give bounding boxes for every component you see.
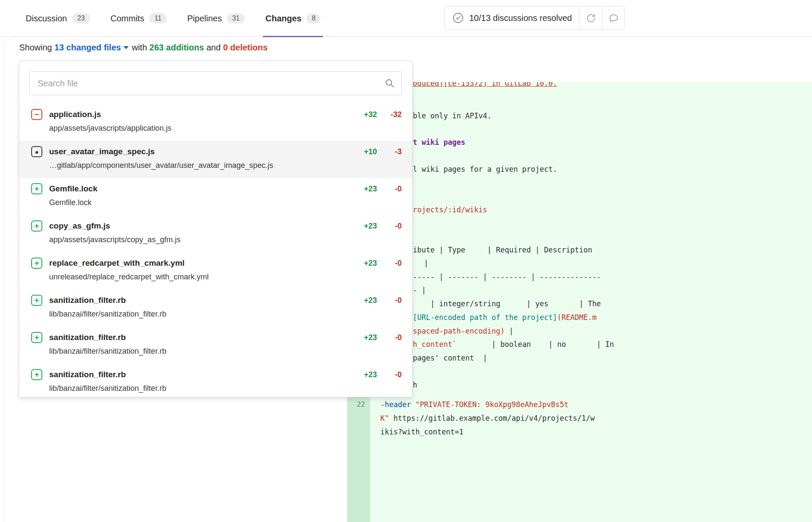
summary-additions: 263 additions <box>150 43 204 52</box>
diff-code-line: K" https://gitlab.example.com/api/v4/pro… <box>380 412 595 425</box>
file-added-icon: + <box>31 369 42 380</box>
deletions-count: -32 <box>377 110 402 119</box>
diff-code-line: t wiki pages <box>413 136 465 149</box>
file-name: application.js <box>49 110 101 119</box>
discussions-resolved-widget: 10/13 discussions resolved <box>444 6 625 30</box>
resolve-discussions-icon <box>586 13 596 23</box>
tab-count-badge: 31 <box>227 13 245 23</box>
diff-code-line: - | <box>413 284 426 296</box>
file-path: app/assets/javascripts/application.js <box>49 124 402 133</box>
tab-count-badge: 11 <box>149 13 167 23</box>
summary-and: and <box>206 43 221 52</box>
file-path: Gemfile.lock <box>49 198 402 207</box>
summary-showing: Showing <box>19 43 52 52</box>
deletions-count: -0 <box>377 185 402 194</box>
file-row-replace-redcarpet-with-cmark-yml[interactable]: + replace_redcarpet_with_cmark.yml +23 -… <box>19 252 412 290</box>
tab-pipelines[interactable]: Pipelines 31 <box>187 0 245 37</box>
chevron-down-icon <box>124 46 129 49</box>
file-modified-icon: ● <box>31 146 42 157</box>
tab-changes[interactable]: Changes 8 <box>265 0 321 37</box>
page-panel-corner <box>3 39 11 522</box>
file-name: user_avatar_image_spec.js <box>49 147 155 156</box>
file-row-sanitization-filter-rb-3[interactable]: + sanitization_filter.rb +23 -0 lib/banz… <box>19 364 412 401</box>
deletions-count: -0 <box>377 370 402 379</box>
tab-discussion[interactable]: Discussion 23 <box>26 0 90 37</box>
file-name: Gemfile.lock <box>49 184 97 194</box>
file-name: sanitization_filter.rb <box>49 296 126 305</box>
mr-tab-bar: Discussion 23 Commits 11 Pipelines 31 Ch… <box>0 0 812 37</box>
file-path: unreleased/replace_redcarpet_with_cmark.… <box>49 273 402 282</box>
search-icon <box>385 78 395 88</box>
tab-count-badge: 8 <box>306 13 321 23</box>
deletions-count: -0 <box>377 222 402 231</box>
additions-count: +23 <box>350 185 377 194</box>
diff-code-line: spaced-path-encoding) | <box>413 325 513 337</box>
file-added-icon: + <box>31 258 42 269</box>
file-name: sanitization_filter.rb <box>49 370 126 379</box>
file-row-sanitization-filter-rb-1[interactable]: + sanitization_filter.rb +23 -0 lib/banz… <box>19 290 412 327</box>
file-search-input[interactable] <box>29 71 402 95</box>
diff-code-line: h_content` | boolean | no | In <box>413 338 614 351</box>
diff-code-line: [URL-encoded path of the project](README… <box>413 311 597 324</box>
changed-file-list: − application.js +32 -32 app/assets/java… <box>19 104 412 401</box>
file-row-gemfile-lock[interactable]: + Gemfile.lock +23 -0 Gemfile.lock <box>19 178 412 215</box>
diff-code-line: rojects/:id/wikis <box>413 203 487 216</box>
deletions-count: -3 <box>377 147 402 156</box>
diff-code-line: pages' content | <box>413 352 487 364</box>
additions-count: +23 <box>350 259 377 268</box>
file-deleted-icon: − <box>31 109 42 120</box>
tab-count-badge: 23 <box>72 13 90 23</box>
resolve-all-in-new-issue-button[interactable] <box>580 6 602 29</box>
file-path: lib/banzai/filter/sanitization_filter.rb <box>49 310 402 319</box>
diff-code-line: ikis?with_content=1 <box>380 425 463 438</box>
comment-bubble-icon <box>609 13 619 23</box>
file-added-icon: + <box>31 295 42 306</box>
diff-code-line: h <box>413 378 417 391</box>
deletions-count: -0 <box>377 259 402 268</box>
merge-request-changes-page: 22 oduced][ce-13372] in GitLab 10.0. ble… <box>0 0 812 522</box>
discussions-resolved-status: 10/13 discussions resolved <box>445 6 580 29</box>
file-added-icon: + <box>31 332 42 343</box>
summary-deletions: 0 deletions <box>223 43 268 52</box>
jump-to-next-discussion-button[interactable] <box>602 6 624 29</box>
summary-with: with <box>132 43 147 52</box>
diff-code-line: oduced][ce-13372] in GitLab 10.0. <box>413 82 557 90</box>
additions-count: +23 <box>350 222 377 231</box>
file-name: replace_redcarpet_with_cmark.yml <box>49 258 185 268</box>
file-search <box>29 71 402 95</box>
tab-label: Changes <box>265 14 301 23</box>
tab-label: Commits <box>111 14 144 23</box>
diff-code-line: | integer/string | yes | The <box>413 297 601 310</box>
file-added-icon: + <box>31 220 42 232</box>
deletions-count: -0 <box>377 333 402 342</box>
tab-label: Discussion <box>26 14 67 23</box>
file-path: …gitlab/app/components/user_avatar/user_… <box>49 161 402 170</box>
changed-files-dropdown-link[interactable]: 13 changed files <box>54 43 129 52</box>
deletions-count: -0 <box>377 296 402 305</box>
file-path: lib/banzai/filter/sanitization_filter.rb <box>49 347 402 356</box>
additions-count: +10 <box>350 147 377 156</box>
file-row-user-avatar-image-spec-js[interactable]: ● user_avatar_image_spec.js +10 -3 …gitl… <box>19 141 412 178</box>
diff-code-line: | <box>424 257 428 270</box>
discussions-resolved-text: 10/13 discussions resolved <box>469 13 572 23</box>
file-path: lib/banzai/filter/sanitization_filter.rb <box>49 384 402 393</box>
additions-count: +23 <box>350 296 377 305</box>
changes-summary: Showing 13 changed files with 263 additi… <box>19 43 268 53</box>
additions-count: +32 <box>350 110 377 119</box>
file-name: sanitization_filter.rb <box>49 333 126 342</box>
diff-code-line: ibute | Type | Required | Description <box>413 243 592 256</box>
diff-pane: 22 oduced][ce-13372] in GitLab 10.0. ble… <box>347 82 812 522</box>
diff-code-line: l wiki pages for a given project. <box>413 163 557 176</box>
file-path: app/assets/javascripts/copy_as_gfm.js <box>49 235 402 244</box>
changed-files-dropdown: − application.js +32 -32 app/assets/java… <box>19 61 412 397</box>
mr-tabs: Discussion 23 Commits 11 Pipelines 31 Ch… <box>26 0 321 37</box>
file-row-copy-as-gfm-js[interactable]: + copy_as_gfm.js +23 -0 app/assets/javas… <box>19 215 412 252</box>
additions-count: +23 <box>350 333 377 342</box>
additions-count: +23 <box>350 370 377 379</box>
file-row-sanitization-filter-rb-2[interactable]: + sanitization_filter.rb +23 -0 lib/banz… <box>19 327 412 364</box>
file-added-icon: + <box>31 183 42 194</box>
check-circle-icon <box>453 12 464 23</box>
file-row-application-js[interactable]: − application.js +32 -32 app/assets/java… <box>19 104 412 141</box>
tab-label: Pipelines <box>187 14 222 23</box>
tab-commits[interactable]: Commits 11 <box>111 0 167 37</box>
